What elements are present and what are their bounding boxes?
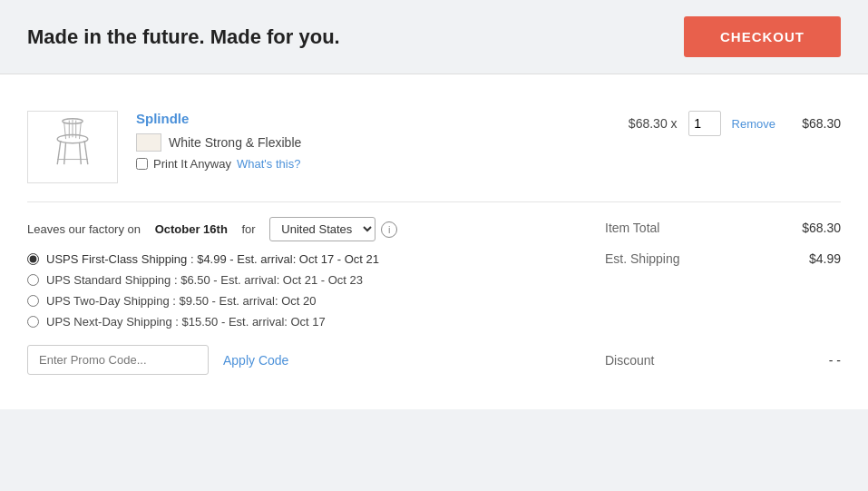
material-swatch <box>136 133 161 152</box>
quantity-input[interactable] <box>688 111 721 136</box>
leaves-prefix: Leaves our factory on <box>27 222 141 236</box>
product-pricing: $68.30 x Remove $68.30 <box>629 111 841 136</box>
shipping-options: USPS First-Class Shipping : $4.99 - Est.… <box>27 252 605 329</box>
main-content: Splindle White Strong & Flexible Print I… <box>0 74 868 409</box>
svg-line-1 <box>64 122 66 139</box>
est-shipping-row: Est. Shipping $4.99 <box>605 248 841 270</box>
shipping-label-ups-next-day: UPS Next-Day Shipping : $15.50 - Est. ar… <box>46 315 326 329</box>
shipping-radio-ups-two-day[interactable] <box>27 295 39 307</box>
product-row: Splindle White Strong & Flexible Print I… <box>27 93 841 202</box>
shipping-label-ups-standard: UPS Standard Shipping : $6.50 - Est. arr… <box>46 273 363 287</box>
shipping-section: Leaves our factory on October 16th for U… <box>27 217 605 329</box>
item-total-row: Item Total $68.30 <box>605 217 841 239</box>
svg-line-7 <box>57 141 61 164</box>
svg-line-8 <box>84 141 88 164</box>
totals-section: Item Total $68.30 Est. Shipping $4.99 <box>605 217 841 329</box>
ships-text: Leaves our factory on October 16th for U… <box>27 217 605 241</box>
shipping-radio-ups-standard[interactable] <box>27 274 39 286</box>
shipping-radio-usps[interactable] <box>27 253 39 265</box>
promo-section: Apply Code Discount - - <box>27 329 841 391</box>
checkout-button[interactable]: CHECKOUT <box>684 16 841 57</box>
shipping-radio-ups-next-day[interactable] <box>27 316 39 328</box>
product-info: Splindle White Strong & Flexible Print I… <box>136 111 629 171</box>
product-image <box>27 111 118 183</box>
svg-line-5 <box>79 122 81 139</box>
product-thumbnail <box>45 115 100 179</box>
svg-line-10 <box>79 142 81 164</box>
svg-line-9 <box>64 142 66 164</box>
shipping-option-ups-standard[interactable]: UPS Standard Shipping : $6.50 - Est. arr… <box>27 273 605 287</box>
country-select[interactable]: United States <box>269 217 375 241</box>
item-total-label: Item Total <box>605 221 659 235</box>
item-total-value: $68.30 <box>802 221 841 235</box>
discount-row: Discount - - <box>605 353 841 368</box>
apply-code-button[interactable]: Apply Code <box>223 353 288 368</box>
product-name-link[interactable]: Splindle <box>136 111 629 126</box>
leaves-for: for <box>241 222 255 236</box>
shipping-option-usps[interactable]: USPS First-Class Shipping : $4.99 - Est.… <box>27 252 605 266</box>
line-total: $68.30 <box>786 116 841 131</box>
product-material-row: White Strong & Flexible <box>136 133 629 152</box>
shipping-label-usps: USPS First-Class Shipping : $4.99 - Est.… <box>46 252 379 266</box>
leaves-date: October 16th <box>155 222 228 236</box>
est-shipping-value: $4.99 <box>809 251 841 266</box>
shipping-label-ups-two-day: UPS Two-Day Shipping : $9.50 - Est. arri… <box>46 294 316 308</box>
discount-label: Discount <box>605 353 654 368</box>
info-icon[interactable]: i <box>381 221 397 238</box>
shipping-option-ups-next-day[interactable]: UPS Next-Day Shipping : $15.50 - Est. ar… <box>27 315 605 329</box>
print-anyway-label: Print It Anyway <box>153 157 231 171</box>
material-label: White Strong & Flexible <box>169 135 301 150</box>
whats-this-link[interactable]: What's this? <box>237 157 300 171</box>
page-header: Made in the future. Made for you. CHECKO… <box>0 0 868 74</box>
summary-section: Leaves our factory on October 16th for U… <box>27 202 841 329</box>
discount-value: - - <box>829 353 841 368</box>
shipping-option-ups-two-day[interactable]: UPS Two-Day Shipping : $9.50 - Est. arri… <box>27 294 605 308</box>
promo-input[interactable] <box>27 345 209 375</box>
print-anyway-checkbox[interactable] <box>136 158 148 170</box>
remove-link[interactable]: Remove <box>732 117 775 131</box>
print-anyway-row: Print It Anyway What's this? <box>136 157 629 171</box>
unit-price: $68.30 x <box>629 116 678 131</box>
est-shipping-label: Est. Shipping <box>605 251 680 266</box>
page-title: Made in the future. Made for you. <box>27 25 340 49</box>
